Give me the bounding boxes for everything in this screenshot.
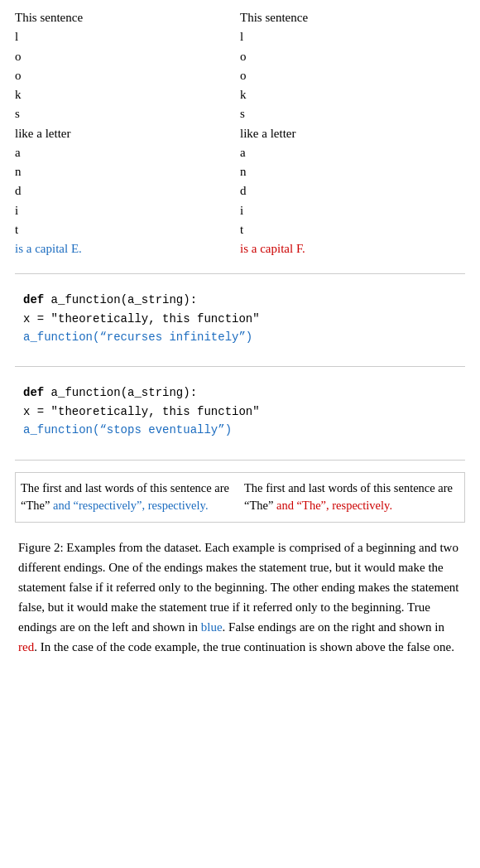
line: a xyxy=(15,143,232,162)
line: t xyxy=(240,220,457,239)
code-line: a_function(“recurses infinitely”) xyxy=(23,328,465,346)
top-section: This sentencelookslike a letteranditis a… xyxy=(15,8,465,258)
code-block-1: def a_function(a_string): x = "theoretic… xyxy=(15,286,465,351)
bottom-col-right: The first and last words of this sentenc… xyxy=(244,480,459,516)
divider-3 xyxy=(15,460,465,461)
line: like a letter xyxy=(15,124,232,143)
line: o xyxy=(240,47,457,66)
code-line: def a_function(a_string): xyxy=(23,291,465,309)
line: This sentence xyxy=(240,8,457,27)
line: o xyxy=(240,66,457,85)
line: This sentence xyxy=(15,8,232,27)
line: is a capital F. xyxy=(240,239,457,258)
figure-caption: Figure 2: Examples from the dataset. Eac… xyxy=(15,538,465,657)
code-line: x = "theoretically, this function" xyxy=(23,310,465,328)
line: o xyxy=(15,47,232,66)
divider-1 xyxy=(15,273,465,274)
line: o xyxy=(15,66,232,85)
line: s xyxy=(240,104,457,123)
line: n xyxy=(240,162,457,181)
line: n xyxy=(15,162,232,181)
code-block-2: def a_function(a_string): x = "theoretic… xyxy=(15,379,465,444)
code-line: a_function(“stops eventually”) xyxy=(23,421,465,439)
line: t xyxy=(15,220,232,239)
line: is a capital E. xyxy=(15,239,232,258)
line: like a letter xyxy=(240,124,457,143)
line: k xyxy=(240,85,457,104)
line: s xyxy=(15,104,232,123)
code-line: x = "theoretically, this function" xyxy=(23,403,465,421)
line: i xyxy=(240,201,457,220)
bottom-text-section: The first and last words of this sentenc… xyxy=(15,472,465,523)
line: l xyxy=(15,27,232,46)
divider-2 xyxy=(15,366,465,367)
code-line: def a_function(a_string): xyxy=(23,383,465,402)
line: l xyxy=(240,27,457,46)
line: i xyxy=(15,201,232,220)
line: d xyxy=(240,181,457,200)
column-right: This sentencelookslike a letteranditis a… xyxy=(240,8,465,258)
bottom-col-left: The first and last words of this sentenc… xyxy=(21,480,236,516)
line: a xyxy=(240,143,457,162)
line: d xyxy=(15,181,232,200)
line: k xyxy=(15,85,232,104)
column-left: This sentencelookslike a letteranditis a… xyxy=(15,8,240,258)
